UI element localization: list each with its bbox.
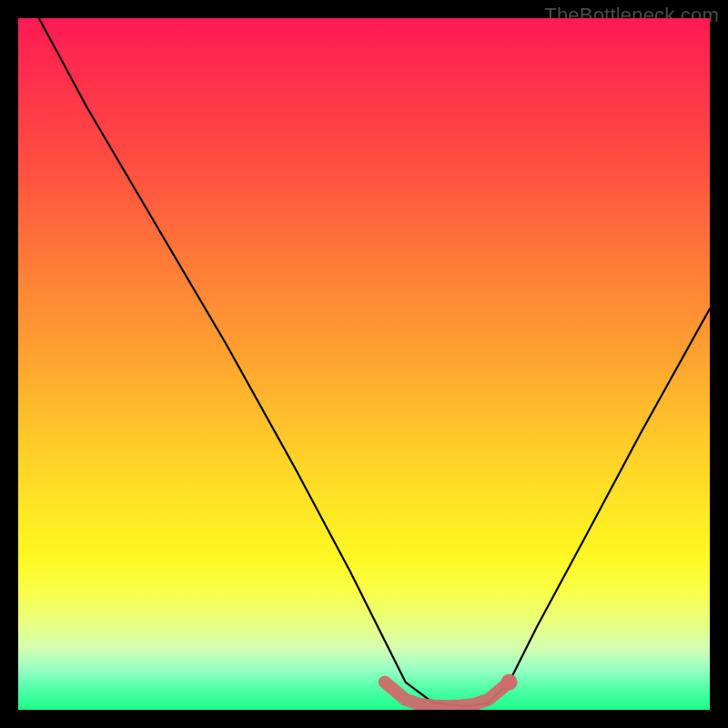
sweet-spot-end-dot bbox=[501, 674, 518, 691]
bottleneck-curve-path bbox=[39, 18, 710, 706]
chart-frame: TheBottleneck.com bbox=[0, 0, 728, 728]
plot-area bbox=[18, 18, 710, 710]
curve-svg bbox=[18, 18, 710, 710]
sweet-spot-highlight bbox=[385, 682, 510, 707]
